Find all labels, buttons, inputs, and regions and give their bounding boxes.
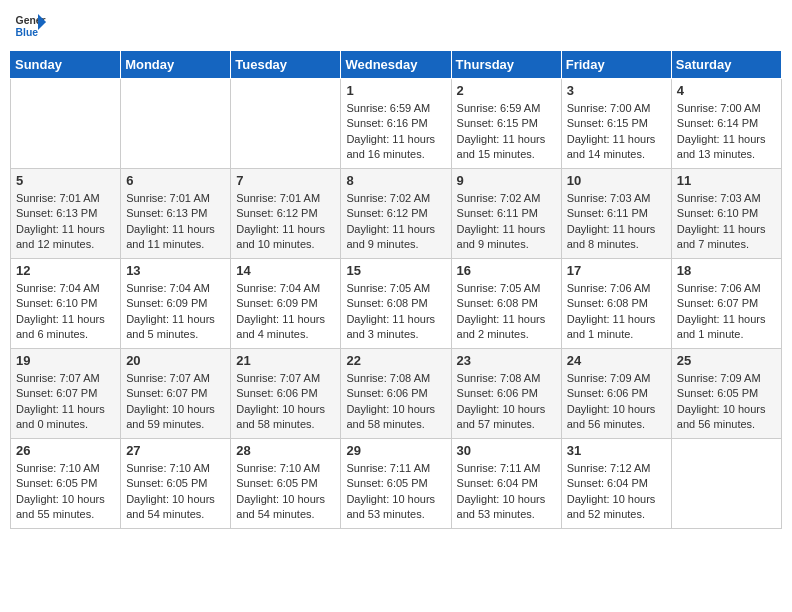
day-number: 12 bbox=[16, 263, 115, 278]
day-number: 19 bbox=[16, 353, 115, 368]
day-info: Sunrise: 7:07 AM Sunset: 6:07 PM Dayligh… bbox=[126, 371, 225, 433]
day-number: 8 bbox=[346, 173, 445, 188]
day-number: 2 bbox=[457, 83, 556, 98]
calendar-day-cell bbox=[121, 79, 231, 169]
day-of-week-header: Thursday bbox=[451, 51, 561, 79]
calendar-day-cell: 19Sunrise: 7:07 AM Sunset: 6:07 PM Dayli… bbox=[11, 349, 121, 439]
svg-text:Blue: Blue bbox=[16, 27, 39, 38]
page-header: General Blue bbox=[10, 10, 782, 42]
calendar-day-cell: 30Sunrise: 7:11 AM Sunset: 6:04 PM Dayli… bbox=[451, 439, 561, 529]
calendar-day-cell: 21Sunrise: 7:07 AM Sunset: 6:06 PM Dayli… bbox=[231, 349, 341, 439]
day-number: 23 bbox=[457, 353, 556, 368]
calendar-week-row: 12Sunrise: 7:04 AM Sunset: 6:10 PM Dayli… bbox=[11, 259, 782, 349]
day-of-week-header: Saturday bbox=[671, 51, 781, 79]
day-info: Sunrise: 7:07 AM Sunset: 6:06 PM Dayligh… bbox=[236, 371, 335, 433]
calendar-day-cell bbox=[231, 79, 341, 169]
day-of-week-header: Wednesday bbox=[341, 51, 451, 79]
day-info: Sunrise: 7:08 AM Sunset: 6:06 PM Dayligh… bbox=[346, 371, 445, 433]
day-info: Sunrise: 7:00 AM Sunset: 6:15 PM Dayligh… bbox=[567, 101, 666, 163]
day-info: Sunrise: 7:04 AM Sunset: 6:09 PM Dayligh… bbox=[236, 281, 335, 343]
day-info: Sunrise: 7:09 AM Sunset: 6:06 PM Dayligh… bbox=[567, 371, 666, 433]
day-info: Sunrise: 7:05 AM Sunset: 6:08 PM Dayligh… bbox=[346, 281, 445, 343]
calendar-table: SundayMondayTuesdayWednesdayThursdayFrid… bbox=[10, 50, 782, 529]
day-number: 13 bbox=[126, 263, 225, 278]
calendar-day-cell: 28Sunrise: 7:10 AM Sunset: 6:05 PM Dayli… bbox=[231, 439, 341, 529]
day-number: 30 bbox=[457, 443, 556, 458]
day-number: 29 bbox=[346, 443, 445, 458]
calendar-day-cell: 11Sunrise: 7:03 AM Sunset: 6:10 PM Dayli… bbox=[671, 169, 781, 259]
day-of-week-header: Friday bbox=[561, 51, 671, 79]
calendar-body: 1Sunrise: 6:59 AM Sunset: 6:16 PM Daylig… bbox=[11, 79, 782, 529]
calendar-day-cell: 6Sunrise: 7:01 AM Sunset: 6:13 PM Daylig… bbox=[121, 169, 231, 259]
calendar-day-cell: 22Sunrise: 7:08 AM Sunset: 6:06 PM Dayli… bbox=[341, 349, 451, 439]
day-number: 15 bbox=[346, 263, 445, 278]
calendar-day-cell: 16Sunrise: 7:05 AM Sunset: 6:08 PM Dayli… bbox=[451, 259, 561, 349]
day-number: 4 bbox=[677, 83, 776, 98]
calendar-day-cell: 1Sunrise: 6:59 AM Sunset: 6:16 PM Daylig… bbox=[341, 79, 451, 169]
day-number: 6 bbox=[126, 173, 225, 188]
calendar-day-cell: 9Sunrise: 7:02 AM Sunset: 6:11 PM Daylig… bbox=[451, 169, 561, 259]
day-info: Sunrise: 7:06 AM Sunset: 6:08 PM Dayligh… bbox=[567, 281, 666, 343]
calendar-day-cell: 4Sunrise: 7:00 AM Sunset: 6:14 PM Daylig… bbox=[671, 79, 781, 169]
day-info: Sunrise: 7:07 AM Sunset: 6:07 PM Dayligh… bbox=[16, 371, 115, 433]
day-number: 3 bbox=[567, 83, 666, 98]
calendar-day-cell: 3Sunrise: 7:00 AM Sunset: 6:15 PM Daylig… bbox=[561, 79, 671, 169]
day-number: 10 bbox=[567, 173, 666, 188]
day-number: 27 bbox=[126, 443, 225, 458]
calendar-day-cell: 26Sunrise: 7:10 AM Sunset: 6:05 PM Dayli… bbox=[11, 439, 121, 529]
day-info: Sunrise: 7:02 AM Sunset: 6:12 PM Dayligh… bbox=[346, 191, 445, 253]
calendar-day-cell: 18Sunrise: 7:06 AM Sunset: 6:07 PM Dayli… bbox=[671, 259, 781, 349]
day-info: Sunrise: 7:12 AM Sunset: 6:04 PM Dayligh… bbox=[567, 461, 666, 523]
calendar-day-cell: 8Sunrise: 7:02 AM Sunset: 6:12 PM Daylig… bbox=[341, 169, 451, 259]
calendar-day-cell: 10Sunrise: 7:03 AM Sunset: 6:11 PM Dayli… bbox=[561, 169, 671, 259]
calendar-day-cell: 24Sunrise: 7:09 AM Sunset: 6:06 PM Dayli… bbox=[561, 349, 671, 439]
calendar-week-row: 5Sunrise: 7:01 AM Sunset: 6:13 PM Daylig… bbox=[11, 169, 782, 259]
day-number: 31 bbox=[567, 443, 666, 458]
day-info: Sunrise: 7:00 AM Sunset: 6:14 PM Dayligh… bbox=[677, 101, 776, 163]
day-info: Sunrise: 7:01 AM Sunset: 6:13 PM Dayligh… bbox=[126, 191, 225, 253]
day-number: 24 bbox=[567, 353, 666, 368]
day-info: Sunrise: 6:59 AM Sunset: 6:16 PM Dayligh… bbox=[346, 101, 445, 163]
calendar-day-cell: 2Sunrise: 6:59 AM Sunset: 6:15 PM Daylig… bbox=[451, 79, 561, 169]
day-info: Sunrise: 7:02 AM Sunset: 6:11 PM Dayligh… bbox=[457, 191, 556, 253]
day-number: 11 bbox=[677, 173, 776, 188]
day-number: 26 bbox=[16, 443, 115, 458]
day-info: Sunrise: 7:10 AM Sunset: 6:05 PM Dayligh… bbox=[126, 461, 225, 523]
day-number: 7 bbox=[236, 173, 335, 188]
calendar-day-cell: 23Sunrise: 7:08 AM Sunset: 6:06 PM Dayli… bbox=[451, 349, 561, 439]
day-number: 18 bbox=[677, 263, 776, 278]
day-number: 17 bbox=[567, 263, 666, 278]
day-number: 28 bbox=[236, 443, 335, 458]
calendar-day-cell: 7Sunrise: 7:01 AM Sunset: 6:12 PM Daylig… bbox=[231, 169, 341, 259]
calendar-day-cell bbox=[11, 79, 121, 169]
day-info: Sunrise: 7:01 AM Sunset: 6:12 PM Dayligh… bbox=[236, 191, 335, 253]
calendar-day-cell: 25Sunrise: 7:09 AM Sunset: 6:05 PM Dayli… bbox=[671, 349, 781, 439]
calendar-day-cell: 17Sunrise: 7:06 AM Sunset: 6:08 PM Dayli… bbox=[561, 259, 671, 349]
day-number: 21 bbox=[236, 353, 335, 368]
calendar-day-cell: 31Sunrise: 7:12 AM Sunset: 6:04 PM Dayli… bbox=[561, 439, 671, 529]
calendar-day-cell: 20Sunrise: 7:07 AM Sunset: 6:07 PM Dayli… bbox=[121, 349, 231, 439]
day-info: Sunrise: 7:11 AM Sunset: 6:04 PM Dayligh… bbox=[457, 461, 556, 523]
logo: General Blue bbox=[14, 10, 48, 42]
day-info: Sunrise: 6:59 AM Sunset: 6:15 PM Dayligh… bbox=[457, 101, 556, 163]
calendar-day-cell: 14Sunrise: 7:04 AM Sunset: 6:09 PM Dayli… bbox=[231, 259, 341, 349]
day-number: 25 bbox=[677, 353, 776, 368]
day-info: Sunrise: 7:10 AM Sunset: 6:05 PM Dayligh… bbox=[16, 461, 115, 523]
calendar-day-cell: 27Sunrise: 7:10 AM Sunset: 6:05 PM Dayli… bbox=[121, 439, 231, 529]
day-number: 16 bbox=[457, 263, 556, 278]
day-number: 14 bbox=[236, 263, 335, 278]
day-number: 9 bbox=[457, 173, 556, 188]
calendar-day-cell bbox=[671, 439, 781, 529]
day-info: Sunrise: 7:06 AM Sunset: 6:07 PM Dayligh… bbox=[677, 281, 776, 343]
day-info: Sunrise: 7:03 AM Sunset: 6:11 PM Dayligh… bbox=[567, 191, 666, 253]
day-info: Sunrise: 7:10 AM Sunset: 6:05 PM Dayligh… bbox=[236, 461, 335, 523]
day-number: 1 bbox=[346, 83, 445, 98]
day-number: 5 bbox=[16, 173, 115, 188]
calendar-week-row: 26Sunrise: 7:10 AM Sunset: 6:05 PM Dayli… bbox=[11, 439, 782, 529]
day-number: 22 bbox=[346, 353, 445, 368]
day-info: Sunrise: 7:09 AM Sunset: 6:05 PM Dayligh… bbox=[677, 371, 776, 433]
day-number: 20 bbox=[126, 353, 225, 368]
calendar-day-cell: 15Sunrise: 7:05 AM Sunset: 6:08 PM Dayli… bbox=[341, 259, 451, 349]
calendar-week-row: 19Sunrise: 7:07 AM Sunset: 6:07 PM Dayli… bbox=[11, 349, 782, 439]
day-info: Sunrise: 7:04 AM Sunset: 6:10 PM Dayligh… bbox=[16, 281, 115, 343]
